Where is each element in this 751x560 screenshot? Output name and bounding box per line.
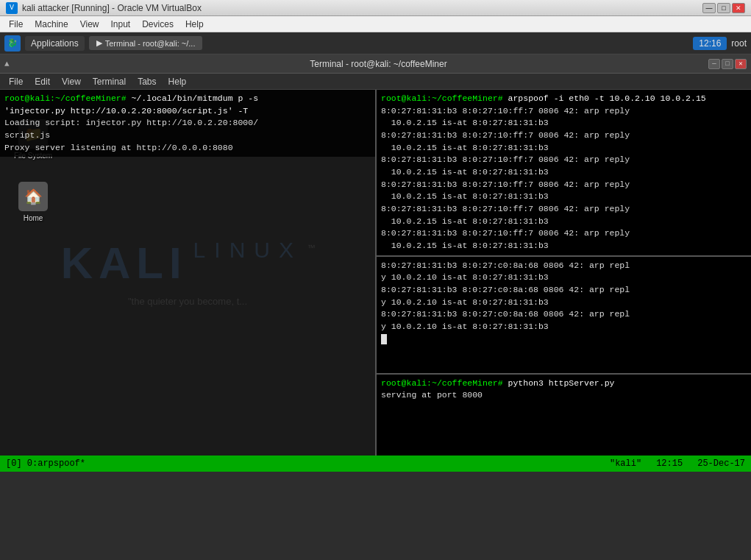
- right-top-line-4: 8:0:27:81:31:b3 8:0:27:10:ff:7 0806 42: …: [381, 179, 747, 203]
- right-top-line-6: 8:0:27:81:31:b3 8:0:27:10:ff:7 0806 42: …: [381, 227, 747, 252]
- right-top-line-2: 8:0:27:81:31:b3 8:0:27:10:ff:7 0806 42: …: [381, 130, 747, 154]
- terminal-title-left-space: ▲: [4, 60, 49, 68]
- terminal-close-button[interactable]: ✕: [735, 59, 747, 69]
- right-mid-line-2: 8:0:27:81:31:b3 8:0:27:c0:8a:68 0806 42:…: [381, 284, 747, 308]
- kali-dragon-icon: 🐉: [4, 35, 21, 52]
- vbox-minimize-button[interactable]: —: [702, 3, 716, 13]
- status-kali-label: "kali": [610, 458, 641, 469]
- vbox-menu-help[interactable]: Help: [179, 18, 210, 31]
- term-menu-file[interactable]: File: [3, 75, 29, 88]
- right-bot-line-1: serving at port 8000: [381, 389, 747, 402]
- left-terminal-text: root@kali:~/coffeeMiner# ~/.local/bin/mi…: [0, 90, 375, 157]
- right-mid-line-1: 8:0:27:81:31:b3 8:0:27:c0:8a:68 0806 42:…: [381, 260, 747, 284]
- right-pane-bottom: root@kali:~/coffeeMiner# python3 httpSer…: [377, 375, 751, 456]
- kali-topbar-right: 12:16 root: [693, 37, 747, 50]
- right-bot-prompt-line: root@kali:~/coffeeMiner# python3 httpSer…: [381, 378, 747, 390]
- terminal-titlebar: ▲ Terminal - root@kali: ~/coffeeMiner — …: [0, 54, 751, 74]
- status-right: "kali" 12:15 25-Dec-17: [610, 458, 745, 469]
- right-top-prompt: root@kali:~/coffeeMiner#: [381, 93, 503, 103]
- term-menu-edit[interactable]: Edit: [29, 75, 56, 88]
- home-icon-label: Home: [24, 214, 43, 222]
- left-line-1: root@kali:~/coffeeMiner# ~/.local/bin/mi…: [4, 93, 371, 117]
- vbox-title-left: V kali attacker [Running] - Oracle VM Vi…: [6, 2, 202, 14]
- right-pane-top: root@kali:~/coffeeMiner# arpspoof -i eth…: [377, 90, 751, 257]
- right-top-line-3: 8:0:27:81:31:b3 8:0:27:10:ff:7 0806 42: …: [381, 154, 747, 178]
- status-bar: [0] 0:arpspoof* "kali" 12:15 25-Dec-17: [0, 456, 751, 472]
- home-icon-img: 🏠: [18, 182, 48, 211]
- kali-quote: "the quieter you become, t...: [128, 296, 247, 307]
- vbox-menu-file[interactable]: File: [3, 18, 29, 31]
- vbox-menu-devices[interactable]: Devices: [136, 18, 179, 31]
- term-menu-view[interactable]: View: [56, 75, 87, 88]
- user-display: root: [731, 38, 747, 49]
- status-time: 12:15: [656, 458, 683, 469]
- terminal-win-controls: — □ ✕: [708, 59, 747, 69]
- terminal-nav-up[interactable]: ▲: [4, 60, 10, 68]
- status-date: 25-Dec-17: [697, 458, 745, 469]
- left-line-2: Loading script: injector.py http://10.0.…: [4, 117, 371, 141]
- vbox-title-text: kali attacker [Running] - Oracle VM Virt…: [22, 3, 202, 13]
- vbox-menu-view[interactable]: View: [74, 18, 105, 31]
- vbox-titlebar: V kali attacker [Running] - Oracle VM Vi…: [0, 0, 751, 16]
- terminal-title-text: Terminal - root@kali: ~/coffeeMiner: [49, 59, 708, 69]
- clock-display: 12:16: [693, 37, 727, 50]
- right-mid-cursor-line: [381, 333, 747, 346]
- kali-topbar: 🐉 Applications ▶ Terminal - root@kali: ~…: [0, 32, 751, 54]
- right-bot-prompt: root@kali:~/coffeeMiner#: [381, 378, 503, 388]
- term-menu-tabs[interactable]: Tabs: [132, 75, 162, 88]
- right-top-prompt-line: root@kali:~/coffeeMiner# arpspoof -i eth…: [381, 93, 747, 105]
- right-panes: root@kali:~/coffeeMiner# arpspoof -i eth…: [375, 90, 751, 456]
- status-left: [0] 0:arpspoof*: [6, 458, 85, 469]
- applications-button[interactable]: Applications: [25, 36, 85, 51]
- vbox-menubar: File Machine View Input Devices Help: [0, 16, 751, 32]
- terminal-window: ▲ Terminal - root@kali: ~/coffeeMiner — …: [0, 54, 751, 456]
- right-top-line-1: 8:0:27:81:31:b3 8:0:27:10:ff:7 0806 42: …: [381, 105, 747, 130]
- vbox-icon: V: [6, 2, 18, 14]
- term-menu-help[interactable]: Help: [163, 75, 193, 88]
- kali-logo: KALI: [61, 238, 188, 288]
- vbox-menu-machine[interactable]: Machine: [29, 18, 74, 31]
- terminal-minimize-button[interactable]: —: [708, 59, 720, 69]
- terminal-tab-label: Terminal - root@kali: ~/...: [105, 39, 196, 48]
- right-top-cmd: arpspoof -i eth0 -t 10.0.2.10 10.0.2.15: [503, 93, 706, 103]
- right-top-line-5: 8:0:27:81:31:b3 8:0:27:10:ff:7 0806 42: …: [381, 203, 747, 227]
- right-pane-middle: 8:0:27:81:31:b3 8:0:27:c0:8a:68 0806 42:…: [377, 257, 751, 375]
- kali-logo-group: KALI LINUX ™: [61, 238, 315, 288]
- terminal-tab[interactable]: ▶ Terminal - root@kali: ~/...: [89, 36, 203, 50]
- kali-linux-text: LINUX: [193, 238, 302, 263]
- kali-topbar-left: 🐉 Applications ▶ Terminal - root@kali: ~…: [4, 35, 202, 52]
- terminal-tab-icon: ▶: [96, 38, 102, 48]
- term-menu-terminal[interactable]: Terminal: [87, 75, 132, 88]
- right-bot-cmd: python3 httpServer.py: [503, 378, 615, 388]
- terminal-cursor-1: [381, 334, 387, 344]
- vbox-close-button[interactable]: ✕: [732, 3, 745, 13]
- right-mid-line-3: 8:0:27:81:31:b3 8:0:27:c0:8a:68 0806 42:…: [381, 308, 747, 333]
- vbox-maximize-button[interactable]: □: [717, 3, 730, 13]
- vbox-controls: — □ ✕: [702, 3, 745, 13]
- terminal-content: KALI LINUX ™ "the quieter you become, t.…: [0, 90, 751, 456]
- trademark-symbol: ™: [308, 244, 314, 255]
- left-pane: KALI LINUX ™ "the quieter you become, t.…: [0, 90, 375, 456]
- vbox-menu-input[interactable]: Input: [105, 18, 137, 31]
- left-prompt-1: root@kali:~/coffeeMiner#: [4, 93, 127, 103]
- terminal-menubar: File Edit View Terminal Tabs Help: [0, 74, 751, 90]
- left-line-3: Proxy server listening at http://0.0.0.0…: [4, 142, 371, 155]
- home-icon[interactable]: 🏠 Home: [7, 182, 59, 222]
- terminal-maximize-button[interactable]: □: [722, 59, 733, 69]
